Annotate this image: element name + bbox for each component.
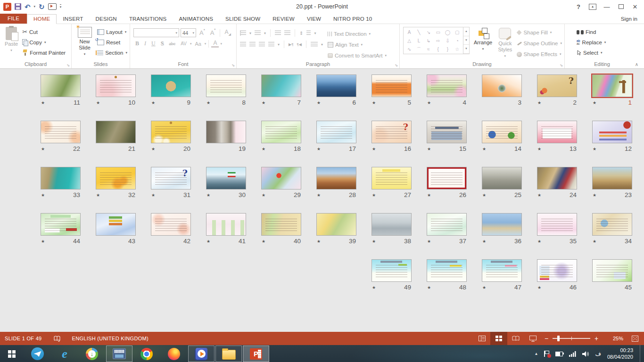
- strikethrough-button[interactable]: abc: [167, 41, 177, 46]
- transition-star-icon[interactable]: ★: [537, 100, 542, 105]
- spellcheck-icon[interactable]: [53, 335, 61, 342]
- fit-slide-to-window-button[interactable]: [629, 336, 641, 342]
- transition-star-icon[interactable]: ★: [482, 147, 487, 151]
- font-name-combo[interactable]: ▾: [133, 28, 179, 37]
- transition-star-icon[interactable]: ★: [537, 147, 542, 151]
- taskbar-telegram-button[interactable]: [24, 345, 50, 362]
- paragraph-dialog-launcher[interactable]: ⇘: [395, 63, 398, 67]
- taskbar-powerpoint-button[interactable]: P: [243, 346, 269, 362]
- align-center-button[interactable]: [249, 42, 256, 47]
- transition-star-icon[interactable]: ★: [593, 147, 597, 151]
- tab-view[interactable]: VIEW: [301, 15, 327, 24]
- character-spacing-button[interactable]: AV: [179, 41, 189, 46]
- zoom-level[interactable]: 25%: [604, 336, 623, 341]
- slide-thumbnail-21[interactable]: [96, 121, 136, 143]
- slide-thumbnail-41[interactable]: [206, 213, 246, 236]
- font-color-button[interactable]: A: [211, 40, 219, 48]
- slide-thumbnail-39[interactable]: [316, 213, 356, 236]
- new-slide-button[interactable]: New Slide▾: [75, 26, 94, 61]
- transition-star-icon[interactable]: ★: [151, 147, 156, 151]
- shape-effects-button[interactable]: Shape Effects▾: [517, 49, 562, 59]
- transition-star-icon[interactable]: ★: [482, 193, 487, 197]
- slide-thumbnail-20[interactable]: [151, 121, 191, 143]
- transition-star-icon[interactable]: ★: [262, 100, 266, 105]
- slide-thumbnail-12[interactable]: [592, 121, 632, 143]
- font-dialog-launcher[interactable]: ⇘: [231, 63, 235, 67]
- slide-thumbnail-27[interactable]: [372, 167, 412, 189]
- clear-formatting-button[interactable]: A◢: [223, 29, 232, 36]
- italic-button[interactable]: I: [142, 40, 148, 47]
- align-right-button[interactable]: [259, 42, 265, 47]
- undo-dropdown-icon[interactable]: ▾: [34, 5, 36, 8]
- transition-star-icon[interactable]: ★: [41, 193, 45, 197]
- taskbar-file-explorer-button[interactable]: [215, 346, 242, 362]
- taskbar-onscreen-keyboard-button[interactable]: [106, 346, 132, 362]
- increase-indent-button[interactable]: [284, 31, 290, 36]
- tab-insert[interactable]: INSERT: [57, 15, 89, 24]
- slide-thumbnail-10[interactable]: [96, 74, 136, 97]
- slide-thumbnail-43[interactable]: [96, 213, 136, 236]
- taskbar-clock[interactable]: 00:23 08/04/2020: [607, 347, 633, 360]
- transition-star-icon[interactable]: ★: [262, 239, 266, 244]
- sign-in-link[interactable]: Sign in: [621, 16, 637, 22]
- transition-star-icon[interactable]: ★: [317, 147, 321, 151]
- slide-thumbnail-8[interactable]: [206, 74, 246, 97]
- slide-thumbnail-49[interactable]: [372, 259, 412, 282]
- slide-thumbnail-13[interactable]: [537, 121, 577, 143]
- slide-thumbnail-6[interactable]: [316, 74, 356, 97]
- slide-thumbnail-34[interactable]: [592, 213, 632, 236]
- start-button[interactable]: [0, 345, 24, 362]
- transition-star-icon[interactable]: ★: [372, 100, 376, 105]
- slide-thumbnail-16[interactable]: ?: [372, 121, 412, 143]
- find-button[interactable]: Find: [577, 27, 606, 37]
- copy-button[interactable]: Copy▾: [22, 37, 66, 47]
- tab-slide-show[interactable]: SLIDE SHOW: [219, 15, 266, 24]
- redo-button[interactable]: ↻: [39, 3, 45, 10]
- left-to-right-button[interactable]: ▶¶: [289, 42, 293, 47]
- transition-star-icon[interactable]: ★: [482, 285, 487, 290]
- arrange-button[interactable]: Arrange▾: [472, 27, 494, 61]
- transition-star-icon[interactable]: ★: [41, 147, 45, 151]
- transition-star-icon[interactable]: ★: [372, 239, 376, 244]
- show-desktop-button[interactable]: [640, 345, 644, 362]
- font-size-combo[interactable]: 44▾: [181, 28, 196, 37]
- taskbar-media-player-button[interactable]: [188, 346, 215, 362]
- start-slideshow-button[interactable]: [48, 3, 57, 10]
- columns-button[interactable]: [311, 42, 318, 47]
- slide-thumbnail-22[interactable]: [41, 121, 81, 143]
- tab-file[interactable]: FILE: [0, 14, 27, 24]
- restore-button[interactable]: [614, 1, 628, 12]
- transition-star-icon[interactable]: ★: [593, 193, 597, 197]
- replace-button[interactable]: abacReplace▾: [577, 37, 606, 47]
- line-spacing-button[interactable]: ⇕: [299, 31, 303, 36]
- slide-thumbnail-47[interactable]: [482, 259, 522, 282]
- convert-to-smartart-button[interactable]: Convert to SmartArt▾: [328, 51, 387, 60]
- transition-star-icon[interactable]: ★: [41, 239, 45, 244]
- slide-thumbnail-28[interactable]: [316, 167, 356, 189]
- shrink-font-button[interactable]: A▾: [208, 29, 218, 36]
- language-indicator[interactable]: ENGLISH (UNITED KINGDOM): [72, 336, 149, 341]
- select-button[interactable]: Select▾: [577, 48, 606, 58]
- zoom-in-button[interactable]: +: [591, 335, 602, 342]
- change-case-button[interactable]: Aa: [193, 41, 203, 47]
- ribbon-display-options-button[interactable]: ▴: [586, 1, 600, 12]
- paste-button[interactable]: Paste▾: [3, 26, 19, 61]
- transition-star-icon[interactable]: ★: [96, 100, 100, 105]
- tab-animations[interactable]: ANIMATIONS: [173, 15, 219, 24]
- taskbar-internet-explorer-button[interactable]: e: [51, 345, 78, 362]
- shapes-gallery-scrollbar[interactable]: ▲▼▼: [463, 27, 470, 54]
- numbering-button[interactable]: [255, 31, 261, 36]
- text-direction-button[interactable]: Text Direction▾: [328, 29, 387, 39]
- slide-thumbnail-2[interactable]: ?: [537, 74, 577, 97]
- slide-thumbnail-45[interactable]: [592, 259, 632, 282]
- slide-show-button[interactable]: [524, 332, 541, 345]
- slide-thumbnail-1[interactable]: [592, 74, 632, 97]
- transition-star-icon[interactable]: ★: [262, 193, 266, 197]
- transition-star-icon[interactable]: ★: [151, 193, 156, 197]
- tab-nitro-pro-10[interactable]: NITRO PRO 10: [327, 15, 378, 24]
- taskbar-download-manager-button[interactable]: [79, 345, 105, 362]
- action-center-flag-icon[interactable]: [544, 351, 549, 357]
- align-left-button[interactable]: [240, 42, 246, 47]
- transition-star-icon[interactable]: ★: [317, 193, 321, 197]
- slide-thumbnail-37[interactable]: [427, 213, 467, 236]
